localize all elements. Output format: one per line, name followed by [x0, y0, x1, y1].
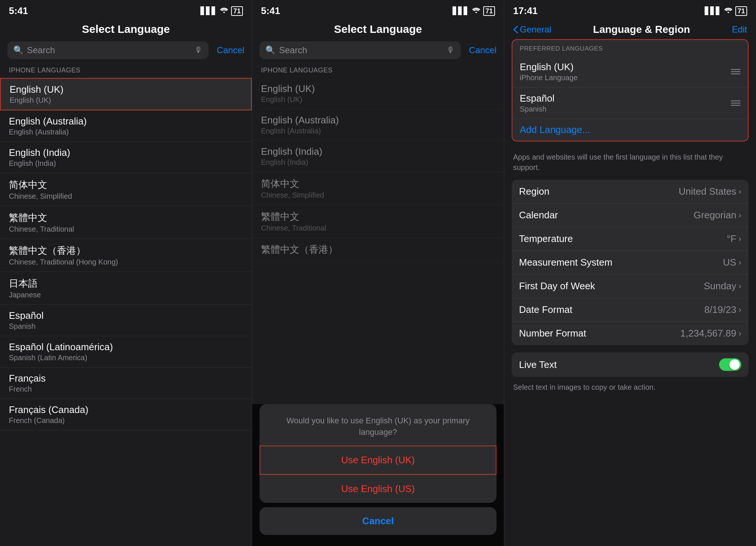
date-format-chevron: › — [739, 305, 741, 315]
status-bar-1: 5:41 ▋▋▋ 71 — [0, 0, 252, 19]
temperature-value: °F › — [726, 233, 741, 245]
search-bar-1[interactable]: 🔍 Search 🎙 — [7, 41, 209, 59]
live-text-toggle[interactable] — [719, 358, 741, 371]
cancel-button-1[interactable]: Cancel — [217, 45, 244, 55]
first-day-label: First Day of Week — [519, 280, 595, 292]
use-english-us-button[interactable]: Use English (US) — [260, 475, 496, 503]
battery-icon-3: 71 — [735, 7, 747, 15]
lang-item-french-canada-1[interactable]: Français (Canada) French (Canada) — [0, 399, 252, 430]
search-placeholder-1: Search — [27, 45, 191, 55]
calendar-value: Gregorian › — [694, 209, 741, 221]
lang-secondary-9: Spanish (Latin America) — [9, 354, 243, 362]
measurement-value: US › — [723, 257, 741, 268]
drag-handle-1[interactable] — [731, 69, 740, 74]
date-format-row[interactable]: Date Format 8/19/23 › — [512, 298, 749, 322]
lang-primary-1: English (UK) — [10, 84, 242, 95]
temperature-label: Temperature — [519, 233, 573, 245]
lang-item-traditional-chinese-2[interactable]: 繁體中文 Chinese, Traditional — [252, 205, 504, 238]
status-bar-3: 17:41 ▋▋▋ 71 — [504, 0, 756, 19]
nav-bar: General Language & Region Edit — [504, 19, 756, 39]
measurement-chevron: › — [739, 258, 741, 267]
lang-item-japanese-1[interactable]: 日本語 Japanese — [0, 272, 252, 305]
lang-item-french-1[interactable]: Français French — [0, 368, 252, 399]
number-format-chevron: › — [739, 329, 741, 338]
cancel-button-2[interactable]: Cancel — [469, 45, 496, 55]
lang-primary-10: Français — [9, 373, 243, 384]
number-format-value: 1,234,567.89 › — [680, 328, 741, 339]
preferred-lang-english-uk[interactable]: English (UK) iPhone Language — [512, 56, 748, 88]
section-header-1: IPHONE LANGUAGES — [0, 65, 252, 78]
wifi-icon-1 — [220, 7, 228, 15]
modal-cancel-button[interactable]: Cancel — [260, 507, 496, 535]
language-list-1: English (UK) English (UK) English (Austr… — [0, 78, 252, 546]
calendar-text: Gregorian — [694, 209, 736, 221]
lang-secondary-11: French (Canada) — [9, 416, 243, 425]
calendar-chevron: › — [739, 211, 741, 220]
edit-button[interactable]: Edit — [732, 24, 747, 35]
panel-language-region: 17:41 ▋▋▋ 71 General Language & Region E… — [504, 0, 756, 546]
search-placeholder-2: Search — [279, 45, 443, 55]
status-icons-3: ▋▋▋ 71 — [705, 6, 747, 15]
back-button[interactable]: General — [513, 24, 551, 35]
preferred-lang-espanol[interactable]: Español Spanish — [512, 88, 748, 119]
signal-icon-1: ▋▋▋ — [200, 6, 217, 15]
first-day-text: Sunday — [704, 280, 736, 292]
lang-item-english-india-1[interactable]: English (India) English (India) — [0, 142, 252, 173]
live-text-note: Select text in images to copy or take ac… — [504, 381, 756, 398]
add-language-button[interactable]: Add Language... — [512, 119, 748, 141]
lang-secondary-10: French — [9, 385, 243, 393]
search-container-2: 🔍 Search 🎙 Cancel — [252, 41, 504, 65]
lang-item-traditional-chinese-hk-2[interactable]: 繁體中文（香港） — [252, 238, 504, 262]
lang-item-spanish-1[interactable]: Español Spanish — [0, 305, 252, 336]
search-bar-2[interactable]: 🔍 Search 🎙 — [260, 41, 461, 59]
lang-item-english-india-2[interactable]: English (India) English (India) — [252, 141, 504, 172]
status-time-2: 5:41 — [261, 5, 280, 17]
temperature-row[interactable]: Temperature °F › — [512, 227, 749, 251]
measurement-row[interactable]: Measurement System US › — [512, 251, 749, 274]
first-day-row[interactable]: First Day of Week Sunday › — [512, 274, 749, 298]
lang-item-traditional-chinese-1[interactable]: 繁體中文 Chinese, Traditional — [0, 206, 252, 239]
lang-item-simplified-chinese-1[interactable]: 简体中文 Chinese, Simplified — [0, 173, 252, 206]
lang-secondary-3: English (India) — [9, 159, 243, 168]
measurement-label: Measurement System — [519, 257, 612, 268]
lang-item-traditional-chinese-hk-1[interactable]: 繁體中文（香港） Chinese, Traditional (Hong Kong… — [0, 239, 252, 272]
lang-secondary-7: Japanese — [9, 291, 243, 299]
region-row[interactable]: Region United States › — [512, 180, 749, 204]
battery-icon-2: 71 — [483, 7, 495, 15]
preferred-lang-english-uk-primary: English (UK) — [520, 61, 578, 73]
lang-item-spanish-latam-1[interactable]: Español (Latinoamérica) Spanish (Latin A… — [0, 336, 252, 368]
lang-item-simplified-chinese-2[interactable]: 简体中文 Chinese, Simplified — [252, 172, 504, 205]
preferred-section-header: PREFERRED LANGUAGES — [512, 40, 748, 56]
screen-title-2: Select Language — [252, 19, 504, 41]
panel-select-language-2: 5:41 ▋▋▋ 71 Select Language 🔍 Search 🎙 C… — [252, 0, 504, 546]
wifi-icon-2 — [472, 7, 480, 15]
battery-icon-1: 71 — [231, 7, 243, 15]
mic-icon-1[interactable]: 🎙 — [195, 45, 203, 55]
toggle-knob — [729, 359, 740, 370]
mic-icon-2[interactable]: 🎙 — [447, 45, 455, 55]
lang-secondary-8: Spanish — [9, 322, 243, 331]
signal-icon-3: ▋▋▋ — [705, 6, 721, 15]
preferred-languages-section: PREFERRED LANGUAGES English (UK) iPhone … — [512, 39, 749, 141]
lang-secondary-5: Chinese, Traditional — [9, 225, 243, 233]
status-icons-1: ▋▋▋ 71 — [200, 6, 243, 15]
live-text-group: Live Text — [512, 352, 749, 377]
modal-box: Would you like to use English (UK) as yo… — [260, 404, 496, 503]
calendar-row[interactable]: Calendar Gregorian › — [512, 204, 749, 227]
number-format-row[interactable]: Number Format 1,234,567.89 › — [512, 322, 749, 345]
drag-handle-2[interactable] — [731, 100, 740, 106]
lang-item-english-aus-2[interactable]: English (Australia) English (Australia) — [252, 109, 504, 141]
apps-note: Apps and websites will use the first lan… — [504, 149, 756, 180]
settings-group: Region United States › Calendar Gregoria… — [512, 180, 749, 345]
date-format-value: 8/19/23 › — [704, 304, 741, 315]
lang-secondary-6: Chinese, Traditional (Hong Kong) — [9, 258, 243, 266]
lang-item-english-uk-1[interactable]: English (UK) English (UK) — [0, 78, 252, 110]
lang-item-english-aus-1[interactable]: English (Australia) English (Australia) — [0, 110, 252, 142]
date-format-text: 8/19/23 — [704, 304, 736, 315]
first-day-value: Sunday › — [704, 280, 741, 292]
back-label: General — [520, 24, 551, 35]
preferred-lang-espanol-primary: Español — [520, 93, 554, 104]
nav-title: Language & Region — [593, 24, 690, 35]
lang-item-english-uk-2[interactable]: English (UK) English (UK) — [252, 78, 504, 109]
use-english-uk-button[interactable]: Use English (UK) — [260, 446, 496, 475]
